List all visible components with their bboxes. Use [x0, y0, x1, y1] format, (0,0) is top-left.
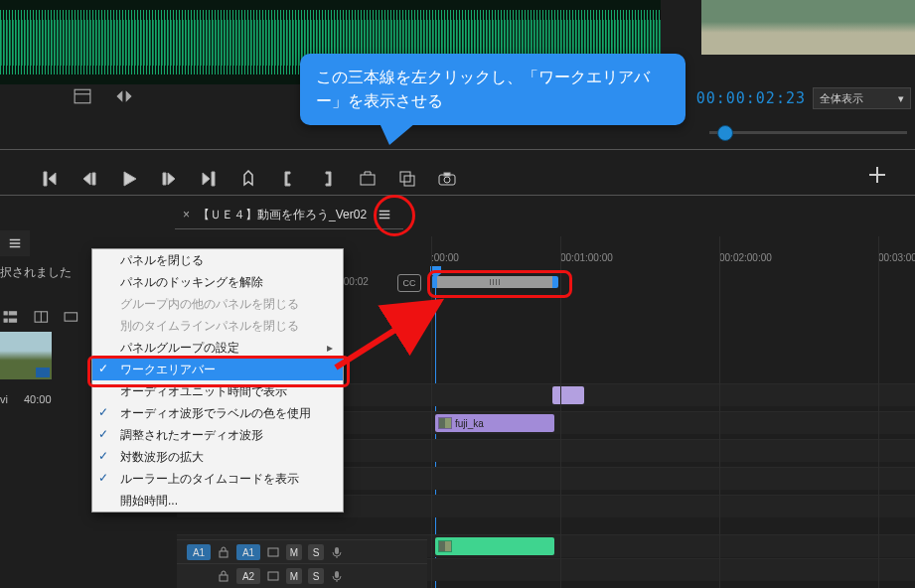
- menu-audio-time-units[interactable]: オーディオユニット時間で表示: [92, 380, 343, 402]
- check-icon: ✓: [98, 362, 114, 377]
- panel-menu-button[interactable]: [377, 207, 392, 222]
- voiceover-mic-icon[interactable]: [330, 569, 344, 583]
- clip-label: fuji_ka: [455, 418, 484, 429]
- svg-rect-20: [335, 547, 339, 554]
- svg-rect-23: [335, 571, 339, 578]
- time-ruler[interactable]: :00:00 00:01:00:00 00:02:00:00 00:03:00:…: [431, 252, 915, 272]
- ruler-tick: 00:03:00:00: [878, 252, 915, 263]
- svg-rect-6: [361, 175, 375, 185]
- list-view-icon[interactable]: [2, 308, 19, 326]
- svg-rect-11: [444, 173, 450, 176]
- src-a1-chip[interactable]: A1: [187, 544, 211, 560]
- a2-chip[interactable]: A2: [236, 568, 260, 584]
- svg-rect-19: [268, 548, 278, 556]
- subruler-tc: :00:02: [341, 276, 369, 287]
- menu-work-area-bar[interactable]: ✓ ワークエリアバー: [92, 359, 343, 380]
- annotation-highlight-box-2: [427, 270, 572, 298]
- check-icon: ✓: [98, 471, 114, 487]
- panel-layout-icon[interactable]: [74, 87, 91, 105]
- lock-icon[interactable]: [217, 545, 230, 559]
- extract-button[interactable]: [397, 169, 417, 189]
- svg-rect-18: [220, 551, 228, 557]
- menu-panel-group-settings[interactable]: パネルグループの設定▸: [92, 337, 343, 359]
- svg-rect-17: [65, 313, 77, 321]
- a1-chip[interactable]: A1: [236, 544, 260, 560]
- zoom-select[interactable]: 全体表示 ▾: [813, 87, 911, 109]
- transport-bar: [40, 159, 457, 199]
- lock-icon[interactable]: [217, 569, 230, 583]
- ruler-tick: :00:00: [431, 252, 459, 263]
- program-preview-thumb: [701, 0, 915, 55]
- voiceover-mic-icon[interactable]: [330, 545, 344, 559]
- overwrite-icon[interactable]: [63, 308, 79, 326]
- mute-button[interactable]: M: [286, 568, 302, 584]
- add-marker-button[interactable]: [238, 169, 258, 189]
- ruler-tick: 00:01:00:00: [560, 252, 613, 263]
- program-timecode[interactable]: 00:00:02:23: [696, 89, 806, 107]
- selection-status-text: 択されました: [0, 264, 72, 281]
- svg-rect-21: [220, 575, 228, 581]
- menu-rectified-waveform[interactable]: ✓ 調整されたオーディオ波形: [92, 424, 343, 446]
- av-clip-icon: [439, 418, 451, 428]
- button-editor-add[interactable]: [865, 163, 889, 187]
- lift-button[interactable]: [358, 169, 378, 189]
- insert-icon[interactable]: [33, 308, 50, 326]
- menu-close-others: グループ内の他のパネルを閉じる: [92, 293, 343, 315]
- panel-context-menu: パネルを閉じる パネルのドッキングを解除 グループ内の他のパネルを閉じる 別のタ…: [91, 248, 344, 513]
- menu-log-waveform-zoom[interactable]: ✓ 対数波形の拡大: [92, 446, 343, 468]
- svg-rect-14: [9, 312, 16, 315]
- zoom-slider[interactable]: [701, 117, 915, 147]
- step-back-button[interactable]: [79, 169, 99, 189]
- mark-out-button[interactable]: [199, 169, 219, 189]
- check-icon: ✓: [98, 405, 114, 421]
- clip-fuji[interactable]: fuji_ka: [435, 414, 554, 432]
- menu-close-other-timeline: 別のタイムラインパネルを閉じる: [92, 315, 343, 337]
- clip-tc-label: 40:00: [24, 393, 52, 405]
- annotation-callout: この三本線を左クリックし、「ワークエリアバー」を表示させる: [300, 54, 686, 125]
- panel-menu-left-button[interactable]: [0, 230, 30, 256]
- menu-start-time[interactable]: 開始時間...: [92, 490, 343, 512]
- bracket-out-button[interactable]: [318, 169, 338, 189]
- annotation-text: この三本線を左クリックし、「ワークエリアバー」を表示させる: [316, 69, 650, 109]
- chevron-down-icon: ▾: [898, 92, 904, 105]
- mute-button[interactable]: M: [286, 544, 302, 560]
- svg-rect-7: [400, 172, 410, 182]
- close-tab-button[interactable]: ×: [175, 208, 198, 221]
- menu-show-tc-on-ruler[interactable]: ✓ ルーラー上のタイムコードを表示: [92, 468, 343, 490]
- clip-thumbnail[interactable]: [0, 332, 52, 379]
- svg-rect-13: [4, 319, 7, 322]
- zoom-select-label: 全体表示: [820, 91, 863, 106]
- track-header-a1[interactable]: A1 A1 M S: [177, 539, 427, 564]
- sync-lock-icon[interactable]: [266, 545, 280, 559]
- clip-name-label: vi: [0, 393, 8, 405]
- menu-undock-panel[interactable]: パネルのドッキングを解除: [92, 271, 343, 293]
- menu-close-panel[interactable]: パネルを閉じる: [92, 249, 343, 271]
- av-clip-icon: [439, 541, 451, 551]
- clip-audio-a1[interactable]: [435, 537, 554, 555]
- svg-rect-15: [9, 319, 16, 322]
- solo-button[interactable]: S: [308, 544, 324, 560]
- solo-button[interactable]: S: [308, 568, 324, 584]
- ruler-tick: 00:02:00:00: [719, 252, 772, 263]
- menu-use-label-color-waveform[interactable]: ✓ オーディオ波形でラベルの色を使用: [92, 402, 343, 424]
- clip-purple-small[interactable]: [552, 386, 584, 404]
- submenu-chevron-icon: ▸: [327, 341, 333, 355]
- cc-badge[interactable]: CC: [397, 274, 421, 292]
- marker-arrows-icon[interactable]: [115, 87, 133, 105]
- track-header-a2[interactable]: -- A2 M S: [177, 563, 427, 588]
- bracket-in-button[interactable]: [278, 169, 298, 189]
- svg-rect-22: [268, 572, 278, 580]
- sequence-tab[interactable]: × 【ＵＥ４】動画を作ろう_Ver02: [175, 201, 403, 229]
- check-icon: ✓: [98, 427, 114, 443]
- step-forward-button[interactable]: [159, 169, 179, 189]
- sequence-tab-title: 【ＵＥ４】動画を作ろう_Ver02: [198, 207, 367, 223]
- sync-lock-icon[interactable]: [266, 569, 280, 583]
- svg-rect-8: [404, 176, 414, 186]
- source-panel: [0, 308, 79, 407]
- check-icon: ✓: [98, 449, 114, 465]
- mark-in-button[interactable]: [40, 169, 60, 189]
- svg-point-10: [444, 177, 450, 183]
- play-button[interactable]: [119, 169, 139, 189]
- export-frame-button[interactable]: [437, 169, 457, 189]
- svg-rect-4: [75, 89, 90, 103]
